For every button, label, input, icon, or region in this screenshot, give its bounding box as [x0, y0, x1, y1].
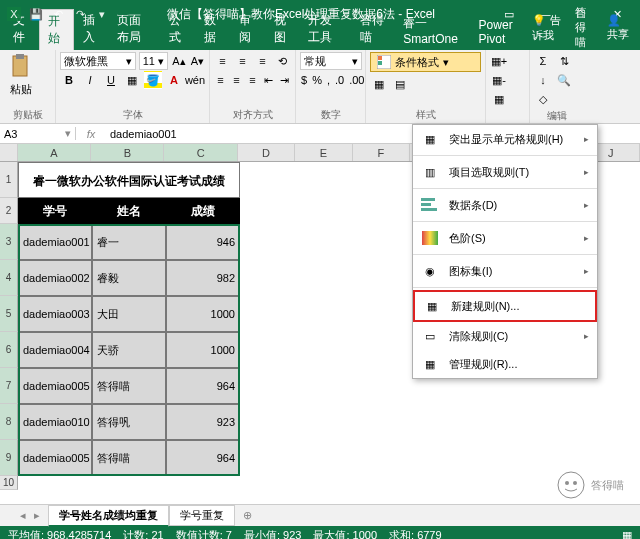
- sheet-nav-prev-icon[interactable]: ◂: [20, 509, 26, 522]
- col-header[interactable]: D: [238, 144, 295, 161]
- view-normal-icon[interactable]: ▦: [622, 529, 632, 539]
- phonetic-button[interactable]: wén: [186, 71, 204, 89]
- tab-layout[interactable]: 页面布局: [108, 8, 160, 50]
- col-header[interactable]: B: [91, 144, 164, 161]
- indent-dec-icon[interactable]: ⇤: [262, 71, 275, 89]
- answer-link[interactable]: 答得喵: [575, 5, 597, 50]
- save-icon[interactable]: 💾: [28, 6, 44, 22]
- sheet-nav-next-icon[interactable]: ▸: [34, 509, 40, 522]
- menu-new-rule[interactable]: ▦新建规则(N)...: [415, 292, 595, 320]
- indent-inc-icon[interactable]: ⇥: [278, 71, 291, 89]
- cell-styles-icon[interactable]: ▤: [391, 75, 409, 93]
- font-size-select[interactable]: 11▾: [139, 52, 169, 70]
- menu-color-scales[interactable]: 色阶(S): [413, 224, 597, 252]
- fx-icon[interactable]: fx: [76, 128, 106, 140]
- share-button[interactable]: 👤 共享: [607, 14, 632, 42]
- status-bar: 平均值: 968.4285714 计数: 21 数值计数: 7 最小值: 923…: [0, 526, 640, 539]
- align-left-icon[interactable]: ≡: [214, 71, 227, 89]
- row-header[interactable]: 6: [0, 332, 18, 368]
- row-header[interactable]: 7: [0, 368, 18, 404]
- menu-data-bars[interactable]: 数据条(D): [413, 191, 597, 219]
- italic-button[interactable]: I: [81, 71, 99, 89]
- redo-icon[interactable]: ↷: [72, 6, 88, 22]
- tab-view[interactable]: 视图: [265, 8, 300, 50]
- underline-button[interactable]: U: [102, 71, 120, 89]
- format-table-icon[interactable]: ▦: [370, 75, 388, 93]
- tab-data[interactable]: 数据: [195, 8, 230, 50]
- align-center-icon[interactable]: ≡: [230, 71, 243, 89]
- paste-button[interactable]: 粘贴: [4, 52, 38, 99]
- tab-powerpivot[interactable]: Power Pivot: [470, 14, 533, 50]
- currency-icon[interactable]: $: [300, 71, 308, 89]
- row-header[interactable]: 1: [0, 162, 18, 198]
- find-icon[interactable]: 🔍: [555, 71, 573, 89]
- qat-more-icon[interactable]: ▾: [94, 6, 110, 22]
- row-header[interactable]: 3: [0, 224, 18, 260]
- conditional-format-button[interactable]: 条件格式▾: [370, 52, 481, 72]
- menu-highlight-rules[interactable]: ▦突出显示单元格规则(H): [413, 125, 597, 153]
- row-header[interactable]: 9: [0, 440, 18, 476]
- row-header[interactable]: 10: [0, 476, 18, 490]
- percent-icon[interactable]: %: [311, 71, 323, 89]
- col-header[interactable]: E: [295, 144, 352, 161]
- svg-text:X: X: [10, 8, 18, 20]
- condfmt-icon: [377, 55, 391, 69]
- table-row[interactable]: dademiao005答得喵964: [18, 368, 240, 404]
- watermark: 答得喵: [557, 471, 624, 499]
- clear-icon[interactable]: ◇: [534, 90, 552, 108]
- sort-filter-icon[interactable]: ⇅: [555, 52, 573, 70]
- row-header[interactable]: 2: [0, 198, 18, 224]
- inc-decimal-icon[interactable]: .0: [334, 71, 345, 89]
- col-header[interactable]: F: [353, 144, 410, 161]
- align-mid-icon[interactable]: ≡: [234, 52, 251, 70]
- comma-icon[interactable]: ,: [326, 71, 331, 89]
- tab-formulas[interactable]: 公式: [160, 8, 195, 50]
- name-box[interactable]: A3▾: [0, 127, 76, 140]
- undo-icon[interactable]: ↶: [50, 6, 66, 22]
- row-header[interactable]: 8: [0, 404, 18, 440]
- fill-icon[interactable]: ↓: [534, 71, 552, 89]
- menu-top-bottom-rules[interactable]: ▥项目选取规则(T): [413, 158, 597, 186]
- orientation-icon[interactable]: ⟲: [274, 52, 291, 70]
- table-row[interactable]: dademiao004天骄1000: [18, 332, 240, 368]
- table-row[interactable]: dademiao003大田1000: [18, 296, 240, 332]
- table-row[interactable]: dademiao005答得喵964: [18, 440, 240, 476]
- tab-review[interactable]: 审阅: [230, 8, 265, 50]
- shrink-font-icon[interactable]: A▾: [190, 52, 205, 70]
- row-header[interactable]: 5: [0, 296, 18, 332]
- autosum-icon[interactable]: Σ: [534, 52, 552, 70]
- align-top-icon[interactable]: ≡: [214, 52, 231, 70]
- row-header[interactable]: 4: [0, 260, 18, 296]
- table-row[interactable]: dademiao002睿毅982: [18, 260, 240, 296]
- tell-me[interactable]: 💡 告诉我: [532, 13, 565, 43]
- menu-manage-rules[interactable]: ▦管理规则(R)...: [413, 350, 597, 378]
- menu-clear-rules[interactable]: ▭清除规则(C): [413, 322, 597, 350]
- tab-addin1[interactable]: 答得喵: [351, 8, 394, 50]
- col-header[interactable]: C: [164, 144, 237, 161]
- align-right-icon[interactable]: ≡: [246, 71, 259, 89]
- delete-cells-icon[interactable]: ▦-: [490, 71, 508, 89]
- dec-decimal-icon[interactable]: .00: [348, 71, 365, 89]
- quick-access-toolbar: X 💾 ↶ ↷ ▾: [6, 6, 110, 22]
- bold-button[interactable]: B: [60, 71, 78, 89]
- menu-icon-sets[interactable]: ◉图标集(I): [413, 257, 597, 285]
- number-format-select[interactable]: 常规▾: [300, 52, 362, 70]
- sheet-tab[interactable]: 学号重复: [169, 505, 235, 526]
- fill-color-button[interactable]: 🪣: [144, 71, 162, 89]
- insert-cells-icon[interactable]: ▦+: [490, 52, 508, 70]
- table-row[interactable]: dademiao010答得㕨923: [18, 404, 240, 440]
- sheet-tab[interactable]: 学号姓名成绩均重复: [48, 505, 169, 527]
- tab-developer[interactable]: 开发工具: [299, 8, 351, 50]
- grow-font-icon[interactable]: A▴: [171, 52, 186, 70]
- colorscale-icon: [419, 227, 441, 249]
- format-cells-icon[interactable]: ▦: [490, 90, 508, 108]
- col-header[interactable]: A: [18, 144, 91, 161]
- font-name-select[interactable]: 微软雅黑▾: [60, 52, 136, 70]
- tab-smartone[interactable]: 睿一 SmartOne: [394, 11, 469, 50]
- font-color-button[interactable]: A: [165, 71, 183, 89]
- select-all-corner[interactable]: [0, 144, 18, 161]
- new-sheet-icon[interactable]: ⊕: [235, 509, 260, 522]
- align-bot-icon[interactable]: ≡: [254, 52, 271, 70]
- table-row[interactable]: dademiao001睿一946: [18, 224, 240, 260]
- border-button[interactable]: ▦: [123, 71, 141, 89]
